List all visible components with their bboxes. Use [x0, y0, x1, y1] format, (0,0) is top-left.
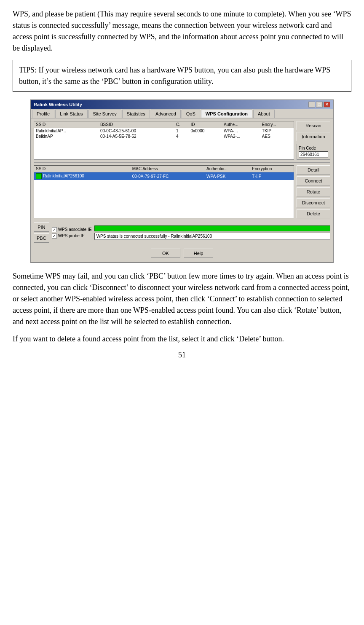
ok-button[interactable]: OK [151, 249, 180, 258]
col-lower-auth: Authentic... [205, 166, 250, 172]
upper-section: SSID BSSID C. ID Authe... Encry... Ralin… [34, 121, 330, 160]
tips-text: TIPS: If your wireless network card has … [19, 64, 345, 87]
content-area: SSID BSSID C. ID Authe... Encry... Ralin… [31, 118, 333, 262]
screenshot-container: Ralink Wireless Utility _ □ ✕ Profile Li… [13, 99, 351, 263]
pin-button[interactable]: PIN [34, 223, 49, 232]
col-id: ID [189, 121, 222, 128]
cell-ssid-1: RalinkInitialAP... [34, 128, 99, 134]
tab-link-status[interactable]: Link Status [55, 110, 87, 118]
green-checkbox-icon [36, 173, 42, 179]
minimize-button[interactable]: _ [308, 102, 315, 107]
rotate-button[interactable]: Rotate [297, 187, 330, 196]
col-lower-encry: Encryption [250, 166, 294, 172]
intro-paragraph: WPS, and please be patient (This may req… [13, 8, 351, 54]
col-encry: Encry... [260, 121, 294, 128]
tab-wps-configuration[interactable]: WPS Configuration [201, 110, 252, 118]
cell-auth-2: WPA2-... [222, 134, 260, 139]
cell-lower-mac-1: 00-0A-79-97-27-FC [131, 172, 205, 180]
upper-table: SSID BSSID C. ID Authe... Encry... Ralin… [34, 121, 294, 139]
app-window: Ralink Wireless Utility _ □ ✕ Profile Li… [30, 99, 334, 263]
pin-code-value: 26460161 [299, 151, 328, 158]
lower-table-panel: SSID MAC Address Authentic... Encryption… [34, 165, 294, 218]
col-lower-ssid: SSID [34, 166, 131, 172]
title-bar: Ralink Wireless Utility _ □ ✕ [31, 100, 333, 109]
col-ssid: SSID [34, 121, 99, 128]
upper-table-panel: SSID BSSID C. ID Authe... Encry... Ralin… [34, 121, 294, 160]
wps-associate-checkbox[interactable] [52, 227, 57, 232]
tab-qos[interactable]: QoS [182, 110, 200, 118]
progress-bar-container: WPS status is connected successfully - R… [94, 225, 330, 240]
checkbox-row: WPS associate IE WPS probe IE [52, 227, 92, 239]
help-button[interactable]: Help [184, 249, 213, 258]
status-text: WPS status is connected successfully - R… [94, 233, 330, 240]
wps-probe-checkbox[interactable] [52, 233, 57, 239]
cell-c-2: 4 [174, 134, 189, 139]
cell-lower-encry-1: TKIP [250, 172, 294, 180]
maximize-button[interactable]: □ [316, 102, 323, 107]
lower-section: SSID MAC Address Authentic... Encryption… [34, 165, 330, 218]
pin-code-label: Pin Code [299, 146, 328, 150]
pbc-button[interactable]: PBC [34, 233, 49, 243]
detail-button[interactable]: Detail [297, 165, 330, 174]
tab-advanced[interactable]: Advanced [151, 110, 181, 118]
delete-button[interactable]: Delete [297, 209, 330, 218]
cell-auth-1: WPA-... [222, 128, 260, 134]
body-text-1: Sometime WPS may fail, and you can click… [13, 271, 351, 327]
tab-statistics[interactable]: Statistics [122, 110, 150, 118]
tab-profile[interactable]: Profile [32, 110, 54, 118]
right-buttons-top: Rescan Information Pin Code 26460161 [297, 121, 330, 160]
col-c: C. [174, 121, 189, 128]
cell-encry-1: TKIP [260, 128, 294, 134]
disconnect-button[interactable]: Disconnect [297, 198, 330, 207]
lower-table-row[interactable]: RalinkInitialAP256100 00-0A-79-97-27-FC … [34, 172, 294, 180]
rescan-button[interactable]: Rescan [297, 121, 330, 130]
table-row[interactable]: RalinkInitialAP... 00-0C-43-25-61-00 1 0… [34, 128, 294, 134]
cell-encry-2: AES [260, 134, 294, 139]
checkbox-wps-probe[interactable]: WPS probe IE [52, 233, 92, 239]
wps-associate-label: WPS associate IE [58, 227, 92, 232]
lower-table: SSID MAC Address Authentic... Encryption… [34, 166, 294, 180]
information-button[interactable]: Information [297, 132, 330, 141]
close-button[interactable]: ✕ [324, 102, 330, 107]
progress-bar [94, 225, 330, 231]
cell-id-1: 0x0000 [189, 128, 222, 134]
tab-about[interactable]: About [253, 110, 275, 118]
tips-box: TIPS: If your wireless network card has … [13, 60, 351, 92]
col-lower-mac: MAC Address [131, 166, 205, 172]
body-text-2: If you want to delete a found access poi… [13, 333, 351, 345]
cell-lower-auth-1: WPA-PSK [205, 172, 250, 180]
app-title: Ralink Wireless Utility [34, 102, 82, 107]
connect-button[interactable]: Connect [297, 176, 330, 185]
ok-help-bar: OK Help [34, 247, 330, 260]
col-bssid: BSSID [99, 121, 174, 128]
pin-code-group: Pin Code 26460161 [297, 144, 330, 160]
wps-probe-label: WPS probe IE [58, 233, 85, 238]
cell-c-1: 1 [174, 128, 189, 134]
cell-id-2 [189, 134, 222, 139]
divider [34, 162, 330, 163]
table-row[interactable]: BelkinAP 00-14-A5-5E-78-52 4 WPA2-... AE… [34, 134, 294, 139]
right-buttons-lower: Detail Connect Rotate Disconnect Delete [297, 165, 330, 218]
bottom-bar: PIN PBC WPS associate IE WPS probe IE W [34, 221, 330, 244]
col-auth: Authe... [222, 121, 260, 128]
tab-site-survey[interactable]: Site Survey [88, 110, 121, 118]
cell-lower-ssid-1: RalinkInitialAP256100 [34, 172, 131, 180]
cell-bssid-1: 00-0C-43-25-61-00 [99, 128, 174, 134]
page-number: 51 [13, 351, 351, 359]
menu-bar: Profile Link Status Site Survey Statisti… [31, 109, 333, 118]
cell-bssid-2: 00-14-A5-5E-78-52 [99, 134, 174, 139]
title-bar-controls: _ □ ✕ [308, 102, 330, 107]
cell-ssid-2: BelkinAP [34, 134, 99, 139]
checkbox-wps-associate[interactable]: WPS associate IE [52, 227, 92, 232]
pin-pbc-buttons: PIN PBC [34, 223, 49, 243]
